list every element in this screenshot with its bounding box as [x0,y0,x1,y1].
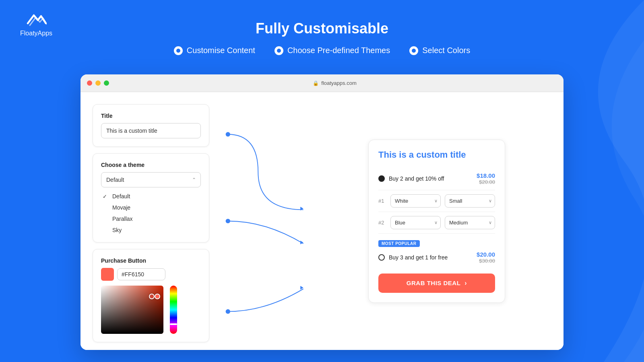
deal-price-col-1: $18.00 $20.00 [477,172,495,185]
theme-select[interactable]: Default Movaje Parallax Sky [101,172,201,187]
variant-size-select-1[interactable]: Small Medium Large XL [445,194,495,208]
variant-color-select-wrap-1: White Red Blue Green Black ∨ [390,194,441,208]
most-popular-section: MOST POPULAR Buy 3 and get 1 for free $2… [378,234,495,268]
theme-select-wrapper: Default Movaje Parallax Sky ⌃ [101,172,201,187]
title-card-label: Title [101,113,201,119]
checkmark-icon: ✓ [103,193,109,200]
tab-radio-customise [174,46,183,55]
deal-price-new-1: $18.00 [477,172,495,179]
most-popular-price-old: $30.00 [477,258,495,264]
color-picker-gradient [101,286,163,334]
deal-price-old-1: $20.00 [477,179,495,185]
theme-card-label: Choose a theme [101,162,201,168]
hue-slider-handle[interactable] [170,323,177,325]
preview-card: This is a custom title Buy 2 and get 10%… [368,140,505,303]
svg-marker-4 [300,241,303,244]
variant-num-1: #1 [378,198,386,204]
browser-content: Title Choose a theme Default Movaje Para… [80,92,564,350]
hue-slider[interactable] [170,286,177,334]
preview-title: This is a custom title [378,150,495,160]
theme-option-parallax[interactable]: Parallax [101,215,201,223]
browser-dot-yellow[interactable] [95,80,101,86]
lock-icon: 🔒 [313,80,319,86]
tab-customise-label: Customise Content [187,46,255,55]
variant-size-select-2[interactable]: Small Medium Large XL [445,216,495,229]
deal-name-1: Buy 2 and get 10% off [389,175,444,182]
tab-themes-label: Choose Pre-defined Themes [287,46,390,55]
tab-bar: Customise Content Choose Pre-defined The… [0,46,644,55]
theme-options-list: ✓ Default Movaje Parallax Sky [101,192,201,234]
tab-radio-themes [275,46,283,55]
theme-option-sky[interactable]: Sky [101,226,201,234]
tab-customise-content[interactable]: Customise Content [174,46,255,55]
cta-button-label: GRAB THIS DEAL [407,280,461,286]
theme-option-default-label: Default [112,193,130,200]
connector-svg [225,104,306,338]
color-pickers-row [101,286,201,334]
tab-radio-inner-colors [412,49,416,53]
variant-color-select-2[interactable]: White Red Blue Green Black [390,216,441,229]
deal-row-1[interactable]: Buy 2 and get 10% off $18.00 $20.00 [378,167,495,190]
browser-url: floatyapps.com [321,80,356,86]
variant-row-1: #1 White Red Blue Green Black ∨ [378,190,495,212]
theme-config-card: Choose a theme Default Movaje Parallax S… [93,153,209,243]
page-title: Fully Customisable [0,20,644,37]
color-swatch[interactable] [101,268,114,281]
left-panel: Title Choose a theme Default Movaje Para… [93,104,209,338]
most-popular-price-col: $20.00 $30.00 [477,251,495,264]
most-popular-radio [378,254,385,261]
title-input[interactable] [101,123,201,138]
most-popular-deal-left: Buy 3 and get 1 for free [378,254,448,261]
tab-radio-inner [176,49,180,53]
variant-size-select-wrap-2: Small Medium Large XL ∨ [445,216,495,229]
svg-point-0 [226,132,230,136]
theme-option-movaje[interactable]: Movaje [101,204,201,212]
color-input-row [101,268,201,281]
variant-row-2: #2 White Red Blue Green Black ∨ [378,212,495,234]
middle-connector-area [225,104,306,338]
most-popular-price-new: $20.00 [477,251,495,258]
tab-themes[interactable]: Choose Pre-defined Themes [275,46,390,55]
svg-point-1 [226,219,230,223]
variant-num-2: #2 [378,220,386,226]
variant-size-select-wrap-1: Small Medium Large XL ∨ [445,194,495,208]
cta-button[interactable]: GRAB THIS DEAL › [378,274,495,293]
browser-url-bar: 🔒 floatyapps.com [112,80,557,86]
color-card-label: Purchase Button [101,257,201,264]
color-hex-input[interactable] [117,268,165,280]
most-popular-deal-name: Buy 3 and get 1 for free [389,254,448,261]
theme-option-sky-label: Sky [112,227,122,233]
most-popular-deal-row[interactable]: Buy 3 and get 1 for free $20.00 $30.00 [378,251,495,264]
deal-radio-1 [378,175,385,182]
tab-colors-label: Select Colors [422,46,470,55]
color-picker-handle-1[interactable] [149,294,155,299]
browser-toolbar: 🔒 floatyapps.com [80,74,564,92]
svg-point-2 [226,309,230,314]
tab-colors[interactable]: Select Colors [409,46,470,55]
variant-color-select-wrap-2: White Red Blue Green Black ∨ [390,216,441,229]
title-config-card: Title [93,104,209,147]
theme-option-movaje-label: Movaje [112,204,130,211]
browser-dot-green[interactable] [104,80,109,86]
page-header: Fully Customisable Customise Content Cho… [0,20,644,55]
deal-left-1: Buy 2 and get 10% off [378,175,444,182]
variant-color-select-1[interactable]: White Red Blue Green Black [390,194,441,208]
browser-window: 🔒 floatyapps.com Title Choose a theme De… [80,74,564,350]
tab-radio-inner-themes [277,49,281,53]
cta-arrow-icon: › [464,280,467,287]
theme-option-parallax-label: Parallax [112,216,133,222]
theme-option-default[interactable]: ✓ Default [101,192,201,200]
color-picker-area[interactable] [101,286,163,334]
tab-radio-colors [409,46,418,55]
right-panel: This is a custom title Buy 2 and get 10%… [322,104,551,338]
color-config-card: Purchase Button [93,249,209,342]
color-picker-handle-2[interactable] [155,294,160,299]
browser-dot-red[interactable] [87,80,92,86]
most-popular-badge: MOST POPULAR [378,240,420,247]
